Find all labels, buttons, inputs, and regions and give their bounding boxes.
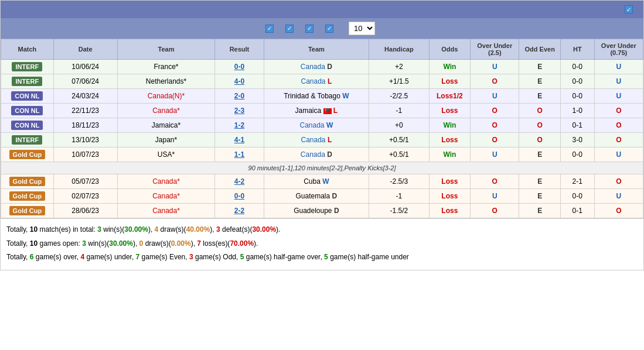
handicap-cell: -1.5/2 bbox=[369, 204, 430, 218]
match-badge: Gold Cup bbox=[9, 177, 46, 186]
date-cell: 07/06/24 bbox=[53, 74, 117, 89]
result-link[interactable]: 2-3 bbox=[234, 107, 244, 115]
table-row: CON NL 24/03/24 Canada(N)* 2-0 Trinidad … bbox=[1, 89, 643, 104]
odd-even-cell: E bbox=[519, 174, 561, 189]
team2-name: Cuba bbox=[304, 177, 321, 186]
match-badge: CON NL bbox=[11, 106, 43, 115]
result-link[interactable]: 4-2 bbox=[234, 177, 244, 186]
odds-value: Loss bbox=[441, 136, 458, 144]
interf-checkbox[interactable]: ✓ bbox=[265, 25, 274, 33]
ht-ou-cell: U bbox=[594, 147, 643, 162]
table-row: Gold Cup 28/06/23 Canada* 2-2 Guadeloupe… bbox=[1, 204, 643, 218]
odds-cell: Win bbox=[429, 60, 471, 74]
ht-cell: 0-1 bbox=[560, 118, 594, 133]
match-type-cell: CON NL bbox=[1, 104, 54, 118]
goldcup-checkbox[interactable]: ✓ bbox=[285, 25, 294, 33]
result-cell: 4-0 bbox=[215, 74, 264, 89]
th-ht: HT bbox=[560, 39, 594, 60]
result-cell: 2-0 bbox=[215, 89, 264, 104]
team1-name: Canada(N)* bbox=[148, 92, 185, 100]
table-row: Gold Cup 02/07/23 Canada* 0-0 Guatemala … bbox=[1, 189, 643, 204]
ht-ou-cell: O bbox=[594, 133, 643, 147]
ht-cell: 0-0 bbox=[560, 89, 594, 104]
note-row: 90 minutes[1-1],120 minutes[2-2],Penalty… bbox=[1, 162, 643, 174]
odds-cell: Loss bbox=[429, 174, 471, 189]
th-result: Result bbox=[215, 39, 264, 60]
result-cell: 2-3 bbox=[215, 104, 264, 118]
flag-icon: 🏴 bbox=[323, 108, 332, 114]
match-type-cell: CON NL bbox=[1, 89, 54, 104]
result-link[interactable]: 2-2 bbox=[234, 207, 244, 215]
filter-interf[interactable]: ✓ bbox=[265, 25, 276, 33]
team1-name: Canada* bbox=[152, 177, 180, 186]
result-link[interactable]: 0-0 bbox=[234, 63, 244, 71]
odds-value: Loss bbox=[441, 77, 458, 85]
last-section: 10 5 15 20 30 50 bbox=[345, 22, 379, 35]
filter-goldcup[interactable]: ✓ bbox=[285, 25, 296, 33]
team1-cell: Japan* bbox=[117, 133, 215, 147]
worldcup-checkbox[interactable]: ✓ bbox=[305, 25, 314, 33]
team1-cell: Jamaica* bbox=[117, 118, 215, 133]
result-link[interactable]: 2-0 bbox=[234, 92, 244, 100]
ht-ou-cell: U bbox=[594, 89, 643, 104]
team1-cell: USA* bbox=[117, 147, 215, 162]
oe-value: E bbox=[537, 177, 542, 186]
odds-value: Win bbox=[443, 121, 456, 129]
oe-value: E bbox=[537, 63, 542, 71]
table-row: Gold Cup 10/07/23 USA* 1-1 Canada D +0.5… bbox=[1, 147, 643, 162]
odds-cell: Win bbox=[429, 118, 471, 133]
match-type-cell: Gold Cup bbox=[1, 147, 54, 162]
ht-ou-cell: O bbox=[594, 104, 643, 118]
over-under-cell: O bbox=[471, 204, 519, 218]
result-cell: 0-0 bbox=[215, 189, 264, 204]
wdl-indicator: W bbox=[342, 92, 349, 100]
ht-ou-cell: O bbox=[594, 204, 643, 218]
th-team2: Team bbox=[264, 39, 369, 60]
match-type-cell: Gold Cup bbox=[1, 174, 54, 189]
table-row: INTERF 07/06/24 Netherlands* 4-0 Canada … bbox=[1, 74, 643, 89]
result-cell: 4-2 bbox=[215, 174, 264, 189]
odd-even-cell: E bbox=[519, 189, 561, 204]
display-notes-checkbox[interactable]: ✓ bbox=[625, 5, 633, 13]
match-type-cell: Gold Cup bbox=[1, 204, 54, 218]
games-select[interactable]: 10 5 15 20 30 50 bbox=[349, 22, 375, 35]
ht-cell: 0-0 bbox=[560, 74, 594, 89]
team1-name: France* bbox=[154, 63, 178, 71]
handicap-cell: -1 bbox=[369, 104, 430, 118]
note-cell: 90 minutes[1-1],120 minutes[2-2],Penalty… bbox=[1, 162, 643, 174]
result-link[interactable]: 4-0 bbox=[234, 77, 244, 85]
team1-name: Japan* bbox=[155, 136, 177, 144]
result-link[interactable]: 0-0 bbox=[234, 192, 244, 200]
team1-name: Netherlands* bbox=[146, 77, 186, 85]
filter-bar: ✓ ✓ ✓ ✓ 10 5 15 20 30 50 bbox=[1, 18, 643, 39]
odds-cell: Loss bbox=[429, 74, 471, 89]
filter-connl[interactable]: ✓ bbox=[325, 25, 336, 33]
result-link[interactable]: 1-2 bbox=[234, 121, 244, 129]
result-link[interactable]: 1-1 bbox=[234, 150, 244, 159]
match-badge: CON NL bbox=[11, 91, 43, 101]
ou-value: U bbox=[492, 63, 498, 71]
result-link[interactable]: 4-1 bbox=[234, 136, 244, 144]
oe-value: E bbox=[537, 77, 542, 85]
summary-row-2: Totally, 10 games open: 3 win(s)(30.00%)… bbox=[6, 238, 638, 251]
th-over-under-075: Over Under (0.75) bbox=[594, 39, 643, 60]
match-type-cell: Gold Cup bbox=[1, 189, 54, 204]
team1-cell: Canada* bbox=[117, 174, 215, 189]
odds-value: Loss bbox=[441, 192, 458, 200]
connl-checkbox[interactable]: ✓ bbox=[325, 25, 333, 33]
wdl-indicator: D bbox=[332, 192, 338, 200]
ou-value: U bbox=[492, 192, 498, 200]
team1-cell: Canada(N)* bbox=[117, 89, 215, 104]
team2-cell: Canada L bbox=[264, 74, 369, 89]
ht-cell: 0-0 bbox=[560, 147, 594, 162]
wdl-indicator: D bbox=[334, 207, 339, 215]
filter-worldcup[interactable]: ✓ bbox=[305, 25, 316, 33]
match-badge: INTERF bbox=[12, 62, 42, 71]
team2-name: Canada bbox=[301, 150, 325, 159]
ht-ou-value: O bbox=[616, 107, 621, 115]
team2-name: Canada bbox=[301, 77, 325, 85]
ht-ou-cell: O bbox=[594, 174, 643, 189]
handicap-cell: +0 bbox=[369, 118, 430, 133]
team1-cell: Canada* bbox=[117, 204, 215, 218]
match-badge: CON NL bbox=[11, 121, 43, 130]
